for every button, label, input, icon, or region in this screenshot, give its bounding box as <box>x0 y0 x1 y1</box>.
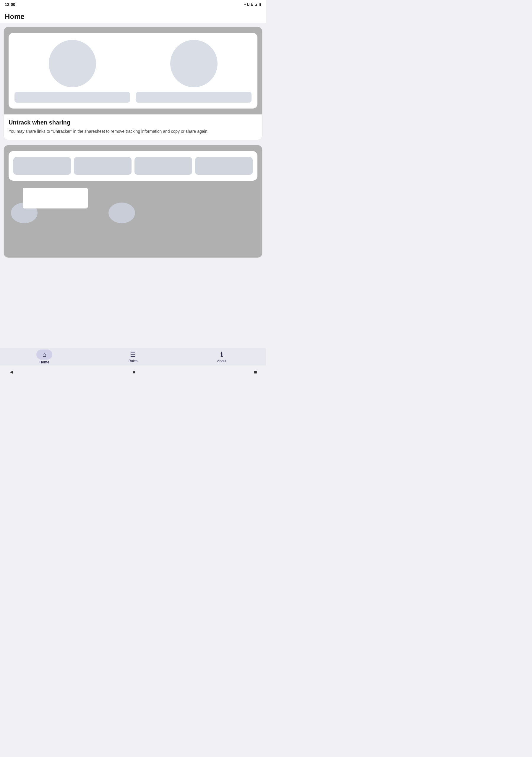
circle-left <box>49 40 96 87</box>
status-bar: 12:00 ▾ LTE ▲ ▮ <box>0 0 266 9</box>
home-icon: ⌂ <box>42 351 46 358</box>
nav-icon-wrap-home: ⌂ <box>36 349 52 360</box>
page-title: Home <box>0 9 266 23</box>
home-button[interactable]: ● <box>133 369 136 375</box>
nav-item-rules[interactable]: ☰ Rules <box>89 349 177 365</box>
card-text-1: Untrack when sharing You may share links… <box>4 114 262 140</box>
bar-left <box>15 92 130 103</box>
illustration-circles <box>15 40 251 87</box>
bottom-circle-right <box>108 202 135 223</box>
card-illustration-2 <box>4 145 262 257</box>
battery-icon: ▮ <box>259 2 261 7</box>
illustration-bars <box>15 92 251 103</box>
lte-icon: LTE <box>247 2 253 7</box>
small-rect-4 <box>195 157 253 175</box>
back-button[interactable]: ◄ <box>9 369 14 375</box>
recents-button[interactable]: ■ <box>254 369 257 375</box>
rules-icon: ☰ <box>130 351 136 358</box>
card-description-1: You may share links to "Untracker" in th… <box>9 128 257 135</box>
card2-inner-top <box>9 151 257 181</box>
status-icons: ▾ LTE ▲ ▮ <box>244 2 261 7</box>
card-illustration-1 <box>4 27 262 114</box>
main-content: Untrack when sharing You may share links… <box>0 23 266 347</box>
small-rect-2 <box>74 157 132 175</box>
bar-right <box>136 92 251 103</box>
card-2 <box>4 145 262 258</box>
status-time: 12:00 <box>5 2 15 7</box>
white-rect <box>23 188 88 208</box>
card-untrack: Untrack when sharing You may share links… <box>4 27 262 140</box>
nav-label-rules: Rules <box>129 359 138 363</box>
nav-item-home[interactable]: ⌂ Home <box>0 348 89 366</box>
wifi-icon: ▾ <box>244 2 246 7</box>
circle-right <box>170 40 218 87</box>
card-title-1: Untrack when sharing <box>9 119 257 126</box>
nav-label-home: Home <box>39 360 49 364</box>
card2-bottom-area <box>9 188 257 223</box>
about-icon: ℹ <box>221 351 223 358</box>
nav-label-about: About <box>217 359 226 363</box>
small-rect-3 <box>134 157 192 175</box>
illustration-inner-1 <box>9 33 257 108</box>
signal-icon: ▲ <box>254 2 258 7</box>
nav-item-about[interactable]: ℹ About <box>177 349 266 365</box>
bottom-nav: ⌂ Home ☰ Rules ℹ About <box>0 348 266 366</box>
system-nav: ◄ ● ■ <box>0 366 266 378</box>
small-rect-1 <box>13 157 71 175</box>
